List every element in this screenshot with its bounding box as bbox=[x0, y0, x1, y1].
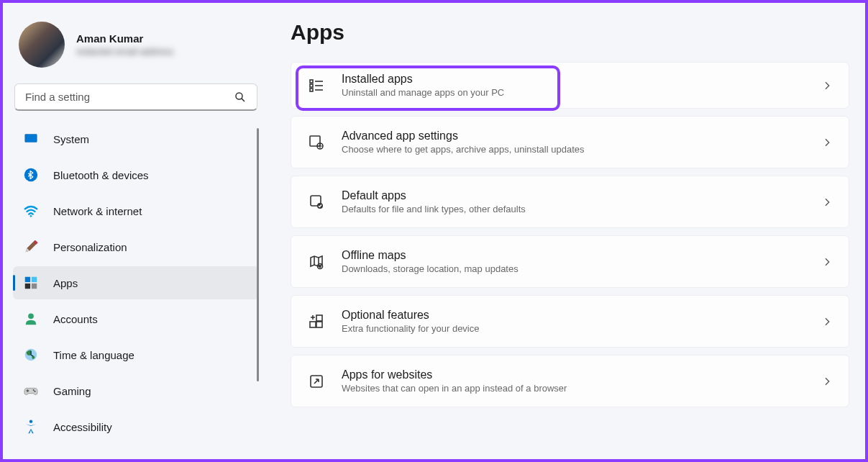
svg-rect-17 bbox=[310, 84, 313, 87]
chevron-right-icon bbox=[821, 196, 833, 208]
profile-info: Aman Kumar redacted email address bbox=[76, 32, 173, 57]
sidebar-item-label: Gaming bbox=[53, 385, 91, 397]
installed-apps-icon bbox=[307, 76, 326, 95]
card-body: Advanced app settings Choose where to ge… bbox=[342, 130, 805, 155]
profile-email: redacted email address bbox=[76, 46, 173, 57]
sidebar-item-label: Apps bbox=[53, 277, 78, 289]
sidebar-item-system[interactable]: System bbox=[13, 122, 259, 155]
card-title: Advanced app settings bbox=[342, 130, 805, 142]
card-desc: Websites that can open in an app instead… bbox=[342, 383, 805, 394]
network-icon bbox=[23, 203, 39, 219]
card-default-apps[interactable]: Default apps Defaults for file and link … bbox=[291, 176, 849, 228]
card-apps-for-websites[interactable]: Apps for websites Websites that can open… bbox=[291, 355, 849, 407]
card-desc: Choose where to get apps, archive apps, … bbox=[342, 144, 805, 155]
sidebar-item-label: Accounts bbox=[53, 313, 98, 325]
default-apps-icon bbox=[307, 193, 326, 212]
personalization-icon bbox=[23, 239, 39, 255]
card-optional-features[interactable]: Optional features Extra functionality fo… bbox=[291, 295, 849, 348]
card-title: Apps for websites bbox=[342, 368, 805, 381]
card-desc: Defaults for file and link types, other … bbox=[342, 204, 805, 214]
search-input[interactable] bbox=[25, 91, 234, 103]
gaming-icon bbox=[23, 383, 39, 399]
search-box[interactable] bbox=[14, 83, 257, 111]
optional-features-icon bbox=[307, 312, 326, 331]
sidebar-nav: System Bluetooth & devices Network & int… bbox=[13, 122, 259, 459]
search-icon bbox=[234, 91, 247, 104]
sidebar-item-label: Bluetooth & devices bbox=[53, 169, 149, 181]
svg-point-15 bbox=[29, 420, 32, 422]
card-desc: Downloads, storage location, map updates bbox=[342, 263, 805, 274]
sidebar-item-time-language[interactable]: Time & language bbox=[13, 338, 259, 371]
sidebar-item-gaming[interactable]: Gaming bbox=[13, 374, 259, 407]
svg-point-14 bbox=[34, 391, 35, 392]
system-icon bbox=[23, 131, 39, 147]
sidebar-item-label: System bbox=[53, 133, 89, 145]
card-desc: Uninstall and manage apps on your PC bbox=[342, 87, 805, 98]
avatar bbox=[19, 22, 65, 68]
svg-rect-29 bbox=[316, 315, 322, 321]
accounts-icon bbox=[23, 311, 39, 327]
svg-point-13 bbox=[33, 389, 35, 391]
apps-for-websites-icon bbox=[307, 372, 326, 391]
svg-rect-7 bbox=[25, 277, 30, 282]
svg-rect-18 bbox=[310, 89, 313, 91]
svg-rect-9 bbox=[25, 284, 30, 289]
card-desc: Extra functionality for your device bbox=[342, 323, 805, 334]
sidebar-item-label: Accessibility bbox=[53, 421, 112, 433]
sidebar-item-label: Network & internet bbox=[53, 205, 142, 217]
svg-rect-8 bbox=[32, 277, 37, 282]
card-advanced-app-settings[interactable]: Advanced app settings Choose where to ge… bbox=[291, 116, 849, 168]
sidebar-item-accounts[interactable]: Accounts bbox=[13, 302, 259, 335]
sidebar-item-personalization[interactable]: Personalization bbox=[13, 230, 259, 263]
card-offline-maps[interactable]: Offline maps Downloads, storage location… bbox=[291, 235, 849, 288]
advanced-settings-icon bbox=[307, 133, 326, 152]
offline-maps-icon bbox=[307, 253, 326, 271]
card-title: Offline maps bbox=[342, 249, 805, 262]
sidebar-item-apps[interactable]: Apps bbox=[13, 266, 259, 299]
sidebar-item-label: Time & language bbox=[53, 349, 134, 361]
card-body: Default apps Defaults for file and link … bbox=[342, 189, 805, 214]
sidebar-item-accessibility[interactable]: Accessibility bbox=[13, 410, 259, 443]
svg-rect-16 bbox=[310, 80, 313, 83]
page-title: Apps bbox=[291, 20, 849, 45]
svg-rect-10 bbox=[32, 284, 37, 289]
card-body: Optional features Extra functionality fo… bbox=[342, 309, 805, 334]
svg-rect-28 bbox=[316, 322, 322, 327]
card-installed-apps[interactable]: Installed apps Uninstall and manage apps… bbox=[291, 62, 849, 109]
card-title: Optional features bbox=[342, 309, 805, 322]
chevron-right-icon bbox=[821, 376, 833, 387]
card-body: Installed apps Uninstall and manage apps… bbox=[342, 73, 805, 98]
card-title: Default apps bbox=[342, 189, 805, 202]
card-body: Offline maps Downloads, storage location… bbox=[342, 249, 805, 274]
card-title: Installed apps bbox=[342, 73, 805, 86]
bluetooth-icon bbox=[23, 167, 39, 183]
svg-line-1 bbox=[242, 98, 245, 101]
chevron-right-icon bbox=[821, 80, 833, 91]
svg-point-5 bbox=[30, 215, 32, 217]
card-body: Apps for websites Websites that can open… bbox=[342, 368, 805, 394]
chevron-right-icon bbox=[821, 316, 833, 327]
main-content: Apps Installed apps Uninstall and manage… bbox=[269, 3, 865, 459]
apps-icon bbox=[23, 275, 39, 291]
svg-rect-27 bbox=[310, 322, 316, 327]
sidebar-item-label: Personalization bbox=[53, 241, 127, 253]
svg-rect-2 bbox=[25, 135, 37, 142]
sidebar-item-network[interactable]: Network & internet bbox=[13, 194, 259, 227]
time-icon bbox=[23, 347, 39, 363]
svg-point-11 bbox=[28, 313, 34, 319]
settings-cards: Installed apps Uninstall and manage apps… bbox=[291, 62, 849, 407]
sidebar-item-bluetooth[interactable]: Bluetooth & devices bbox=[13, 158, 259, 191]
sidebar: Aman Kumar redacted email address System… bbox=[3, 3, 269, 459]
chevron-right-icon bbox=[821, 137, 833, 148]
profile-section[interactable]: Aman Kumar redacted email address bbox=[13, 16, 259, 81]
chevron-right-icon bbox=[821, 256, 833, 268]
profile-name: Aman Kumar bbox=[76, 32, 173, 45]
svg-rect-22 bbox=[310, 136, 320, 146]
svg-point-0 bbox=[236, 93, 242, 99]
accessibility-icon bbox=[23, 419, 39, 435]
